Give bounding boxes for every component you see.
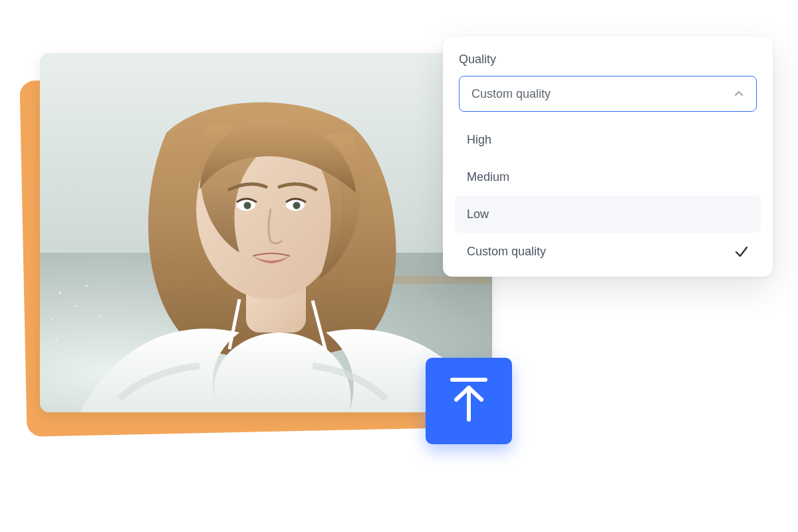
quality-options-list: High Medium Low Custom quality [459,117,757,270]
option-label: Custom quality [467,245,546,259]
option-label: Low [467,207,489,221]
quality-option-low[interactable]: Low [455,196,761,233]
quality-label: Quality [459,53,757,66]
svg-point-5 [85,285,88,287]
quality-option-medium[interactable]: Medium [455,158,761,196]
quality-option-custom[interactable]: Custom quality [455,233,761,270]
svg-point-2 [59,291,61,294]
svg-point-4 [51,319,53,321]
svg-point-6 [68,325,70,327]
chevron-up-icon [733,88,744,99]
quality-select[interactable]: Custom quality [459,76,757,112]
upload-to-line-icon [448,376,489,426]
upload-button[interactable] [426,358,512,444]
quality-panel: Quality Custom quality High Medium Low C… [443,37,773,277]
svg-point-9 [79,348,80,350]
quality-select-value: Custom quality [471,87,551,101]
svg-point-7 [99,315,101,317]
preview-image [40,53,492,412]
quality-option-high[interactable]: High [455,121,761,158]
stage: Quality Custom quality High Medium Low C… [0,0,798,532]
check-icon [734,244,749,259]
svg-point-8 [56,338,58,340]
option-label: High [467,133,491,147]
svg-point-15 [244,202,251,209]
option-label: Medium [467,170,509,184]
svg-point-3 [75,305,77,307]
svg-point-16 [293,202,301,209]
